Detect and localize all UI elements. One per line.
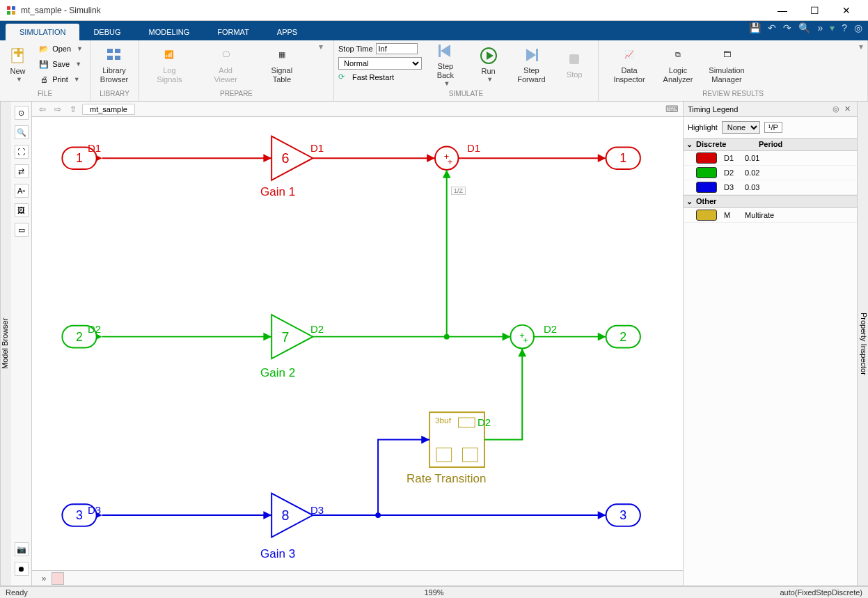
other-collapse[interactable]: ⌄: [686, 197, 696, 206]
sim-mode-select[interactable]: Normal: [338, 57, 422, 70]
svg-marker-60: [421, 436, 429, 444]
logic-analyzer-button[interactable]: ⧉Logic Analyzer: [658, 42, 697, 88]
group-review-label: REVIEW RESULTS: [603, 90, 863, 101]
library-icon: [104, 45, 124, 65]
footer-expand[interactable]: »: [36, 574, 52, 583]
tab-debug[interactable]: DEBUG: [79, 24, 134, 40]
legend-row[interactable]: D1 0.01: [684, 151, 857, 166]
open-button[interactable]: 📂Open▼: [35, 42, 86, 56]
status-bar: Ready 199% auto(FixedStepDiscrete): [0, 586, 868, 598]
fast-restart-icon: ⟳: [338, 72, 345, 81]
close-button[interactable]: ✕: [830, 0, 862, 21]
svg-text:7: 7: [281, 329, 289, 345]
nav-back-icon[interactable]: ⇦: [36, 103, 49, 116]
svg-marker-10: [441, 45, 450, 57]
minimize-button[interactable]: —: [766, 0, 798, 21]
tab-format[interactable]: FORMAT: [203, 24, 263, 40]
property-inspector-sidebar[interactable]: Property Inspector: [857, 102, 868, 585]
title-bar: mt_sample - Simulink — ☐ ✕: [0, 0, 868, 21]
stop-time-input[interactable]: [376, 43, 418, 54]
block-diagram-canvas[interactable]: 123123678++++3buf Gain 1 Gain 2 Gain 3 R…: [32, 117, 683, 570]
legend-row[interactable]: D2 0.02: [684, 166, 857, 180]
review-expand[interactable]: ▾: [859, 42, 863, 52]
legend-name: M: [724, 211, 745, 219]
window-title: mt_sample - Simulink: [21, 6, 766, 15]
add-viewer-button[interactable]: 🖵Add Viewer: [206, 42, 245, 88]
canvas-footer: »: [32, 570, 683, 585]
status-solver[interactable]: auto(FixedStepDiscrete): [504, 588, 863, 597]
signal-table-button[interactable]: ▦Signal Table: [262, 42, 301, 88]
library-browser-button[interactable]: Library Browser: [95, 42, 134, 88]
qat-redo-icon[interactable]: ↷: [783, 22, 791, 33]
run-button[interactable]: Run▼: [469, 42, 508, 88]
svg-marker-35: [271, 136, 313, 180]
nav-up-icon[interactable]: ⇧: [67, 103, 79, 116]
sig-d1-a: D1: [88, 142, 101, 154]
stop-button[interactable]: Stop: [555, 42, 594, 88]
save-button[interactable]: 💾Save▼: [35, 57, 86, 71]
period-header: Period: [759, 140, 782, 149]
svg-text:✚: ✚: [13, 47, 23, 60]
palette-fit-view-icon[interactable]: ⛶: [15, 145, 29, 159]
qat-search-icon[interactable]: 🔍: [798, 22, 810, 33]
legend-period: Multirate: [745, 211, 854, 219]
discrete-collapse[interactable]: ⌄: [686, 140, 696, 149]
prepare-expand[interactable]: ▾: [319, 42, 323, 52]
step-back-button[interactable]: Step Back▼: [426, 42, 465, 88]
new-button[interactable]: ✚ New ▼: [4, 42, 31, 88]
qat-more-icon[interactable]: »: [817, 22, 823, 33]
qat-save-icon[interactable]: 💾: [749, 22, 761, 33]
step-forward-button[interactable]: Step Forward: [512, 42, 551, 88]
tab-modeling[interactable]: MODELING: [135, 24, 204, 40]
qat-settings-icon[interactable]: ◎: [854, 22, 862, 33]
legend-gear-icon[interactable]: ◎: [830, 104, 842, 113]
print-button[interactable]: 🖨Print▼: [35, 72, 86, 86]
svg-rect-1: [12, 6, 15, 10]
legend-close-icon[interactable]: ✕: [842, 104, 853, 113]
highlight-select[interactable]: None: [722, 121, 760, 134]
gain3-label: Gain 3: [260, 547, 295, 561]
palette-record-icon[interactable]: ⏺: [15, 562, 29, 576]
legend-name: D2: [724, 168, 745, 177]
palette-area-icon[interactable]: ▭: [15, 223, 29, 237]
palette-annotation-icon[interactable]: A▫: [15, 184, 29, 198]
maximize-button[interactable]: ☐: [798, 0, 830, 21]
palette-fit-icon[interactable]: ⊙: [15, 106, 29, 120]
data-inspector-button[interactable]: 📈Data Inspector: [610, 42, 649, 88]
svg-text:8: 8: [281, 507, 289, 523]
fast-restart-button[interactable]: ⟳ Fast Restart: [338, 72, 422, 81]
legend-row[interactable]: D3 0.03: [684, 180, 857, 195]
ribbon-tabstrip: SIMULATION DEBUG MODELING FORMAT APPS 💾 …: [0, 21, 868, 40]
svg-rect-7: [115, 49, 120, 53]
legend-period: 0.03: [745, 183, 854, 191]
svg-rect-11: [439, 45, 441, 57]
legend-swatch: [696, 167, 717, 178]
palette-snapshot-icon[interactable]: 📷: [15, 542, 29, 556]
ribbon: ✚ New ▼ 📂Open▼ 💾Save▼ 🖨Print▼ FILE Libra…: [0, 40, 868, 102]
model-browser-sidebar[interactable]: Model Browser: [0, 102, 11, 585]
log-signals-button[interactable]: 📶Log Signals: [150, 42, 189, 88]
footer-diagnostics-button[interactable]: [52, 572, 64, 585]
legend-swatch: [696, 152, 717, 164]
tab-apps[interactable]: APPS: [263, 24, 311, 40]
status-zoom[interactable]: 199%: [365, 588, 504, 597]
breadcrumb-tab[interactable]: mt_sample: [82, 104, 135, 115]
qat-undo-icon[interactable]: ↶: [768, 22, 776, 33]
keyboard-icon[interactable]: ⌨: [665, 104, 679, 114]
palette-zoom-icon[interactable]: 🔍: [15, 125, 29, 139]
palette-highlight-icon[interactable]: ⇄: [15, 164, 29, 178]
timing-legend-panel: Timing Legend ◎ ✕ Highlight None ¹/P ⌄ D…: [683, 102, 857, 585]
palette-image-icon[interactable]: 🖼: [15, 203, 29, 217]
tab-simulation[interactable]: SIMULATION: [6, 24, 79, 40]
period-toggle-button[interactable]: ¹/P: [764, 122, 782, 133]
data-inspector-icon: 📈: [620, 45, 639, 65]
sig-d1-b: D1: [310, 142, 324, 154]
legend-row[interactable]: M Multirate: [684, 208, 857, 223]
simulation-manager-button[interactable]: 🗔Simulation Manager: [707, 42, 746, 88]
qat-help-icon[interactable]: ?: [842, 22, 847, 33]
svg-marker-55: [503, 333, 511, 341]
svg-rect-2: [7, 11, 10, 15]
nav-fwd-icon[interactable]: ⇨: [52, 103, 64, 116]
canvas-palette: ⊙ 🔍 ⛶ ⇄ A▫ 🖼 ▭ 📷 ⏺: [11, 102, 32, 585]
legend-period: 0.01: [745, 154, 854, 162]
